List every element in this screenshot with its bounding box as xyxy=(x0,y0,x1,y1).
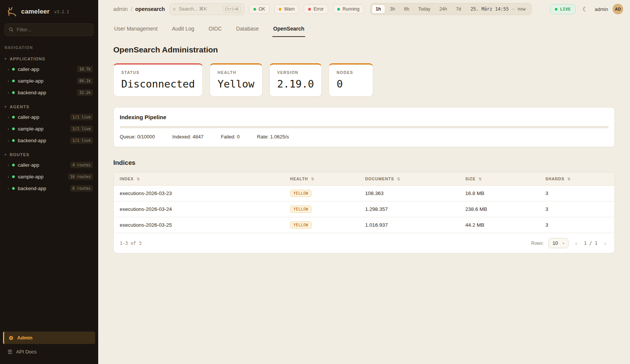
next-page-button[interactable]: › xyxy=(602,239,608,247)
sidebar-item-sample-app[interactable]: › sample-app 1/1 live xyxy=(0,123,98,135)
size-cell: 238.6 MB xyxy=(459,201,539,217)
column-header-health[interactable]: HEALTH ⇅ xyxy=(284,172,359,186)
theme-toggle-button[interactable]: ☾ xyxy=(580,4,590,14)
status-filter-warn[interactable]: Warn xyxy=(274,4,299,14)
sidebar-section-applications: ▾ APPLICATIONS › caller-app 10.7k › samp… xyxy=(0,55,98,98)
sidebar-item-backend-app[interactable]: › backend-app 6 routes xyxy=(0,183,98,194)
pipeline-queue-stat: Queue: 0/10000 xyxy=(120,134,155,140)
pipeline-stats: Queue: 0/10000 Indexed: 4847 Failed: 0 R… xyxy=(120,134,608,140)
tab-audit-log[interactable]: Audit Log xyxy=(171,23,195,37)
moon-icon: ☾ xyxy=(582,6,588,12)
live-label: LIVE xyxy=(560,7,571,12)
tab-oidc[interactable]: OIDC xyxy=(208,23,222,37)
breadcrumb-parent[interactable]: admin xyxy=(113,6,128,12)
rows-per-page-select[interactable]: 10 ▾ xyxy=(548,238,568,248)
time-range-selector: 1h 3h 6h Today 24h 7d 25. März 14:55 — n… xyxy=(370,3,532,15)
filter-input[interactable] xyxy=(17,27,90,32)
section-header-applications[interactable]: ▾ APPLICATIONS xyxy=(0,55,98,63)
time-range-3h[interactable]: 3h xyxy=(386,5,399,14)
section-header-routes[interactable]: ▾ ROUTES xyxy=(0,151,98,159)
time-range-7d[interactable]: 7d xyxy=(452,5,465,14)
time-range-6h[interactable]: 6h xyxy=(400,5,413,14)
sidebar-filter[interactable] xyxy=(5,23,94,36)
section-label: APPLICATIONS xyxy=(10,57,45,61)
user-avatar[interactable]: AD xyxy=(613,4,623,14)
status-filter-label: Warn xyxy=(284,6,295,12)
tab-user-management[interactable]: User Management xyxy=(113,23,158,37)
brand-logo[interactable]: cameleer v3.2.1 xyxy=(0,0,98,21)
rows-per-page-value: 10 xyxy=(553,240,558,246)
column-header-documents[interactable]: DOCUMENTS ⇅ xyxy=(359,172,459,186)
search-input[interactable] xyxy=(179,6,219,12)
sidebar-item-sample-app[interactable]: › sample-app 84.1k xyxy=(0,75,98,87)
index-name-cell: executions-2026-03-24 xyxy=(114,201,284,217)
sidebar-item-backend-app[interactable]: › backend-app 32.2k xyxy=(0,87,98,98)
sort-icon: ⇅ xyxy=(479,177,482,181)
sidebar-item-caller-app[interactable]: › caller-app 10.7k xyxy=(0,63,98,75)
sidebar-item-caller-app[interactable]: › caller-app 4 routes xyxy=(0,159,98,171)
pipeline-rate-stat: Rate: 1.0625/s xyxy=(257,134,289,140)
shards-cell: 3 xyxy=(539,217,615,233)
stat-card-health: HEALTH Yellow xyxy=(210,63,262,97)
previous-page-button[interactable]: ‹ xyxy=(573,239,579,247)
chevron-left-icon: ‹ xyxy=(575,240,577,246)
column-header-shards[interactable]: SHARDS ⇅ xyxy=(539,172,615,186)
live-toggle-button[interactable]: LIVE xyxy=(550,4,576,14)
health-badge: YELLOW xyxy=(290,221,312,229)
table-row[interactable]: executions-2026-03-25 YELLOW 1.016.937 4… xyxy=(114,217,615,233)
sidebar-item-sample-app[interactable]: › sample-app 16 routes xyxy=(0,171,98,183)
table-row[interactable]: executions-2026-03-23 YELLOW 108.363 16.… xyxy=(114,186,615,201)
sort-icon: ⇅ xyxy=(137,177,140,181)
documents-cell: 1.016.937 xyxy=(359,217,459,233)
index-name-cell: executions-2026-03-23 xyxy=(114,186,284,201)
indices-table-card: INDEX ⇅ HEALTH ⇅ DOCUMENTS ⇅ xyxy=(113,172,615,253)
warn-status-dot xyxy=(279,8,281,11)
sidebar-item-badge: 1/1 live xyxy=(70,126,93,132)
tab-opensearch[interactable]: OpenSearch xyxy=(272,23,305,37)
sidebar-item-badge: 1/1 live xyxy=(70,137,93,144)
status-dot xyxy=(12,68,15,71)
stat-label: HEALTH xyxy=(218,70,255,75)
indices-table: INDEX ⇅ HEALTH ⇅ DOCUMENTS ⇅ xyxy=(114,172,615,233)
status-filter-ok[interactable]: OK xyxy=(249,4,270,14)
column-label: HEALTH xyxy=(290,177,308,181)
stat-value: Yellow xyxy=(218,78,255,90)
section-header-agents[interactable]: ▾ AGENTS xyxy=(0,103,98,111)
topbar: admin / opensearch Ctrl+K OK Warn xyxy=(98,0,630,18)
live-status-dot xyxy=(555,8,557,11)
content-area: OpenSearch Administration STATUS Disconn… xyxy=(98,37,630,265)
stat-value: Disconnected xyxy=(121,78,195,90)
pipeline-title: Indexing Pipeline xyxy=(120,114,608,120)
indices-title: Indices xyxy=(113,159,615,167)
sidebar-item-backend-app[interactable]: › backend-app 1/1 live xyxy=(0,135,98,146)
sidebar-item-label: caller-app xyxy=(18,66,39,72)
chevron-right-icon: › xyxy=(8,186,9,191)
sidebar-item-badge: 16 routes xyxy=(68,174,93,180)
global-search[interactable]: Ctrl+K xyxy=(170,3,244,15)
time-range-today[interactable]: Today xyxy=(414,5,434,14)
sidebar-item-label: sample-app xyxy=(18,174,43,180)
status-dot xyxy=(12,187,15,190)
datetime-range[interactable]: 25. März 14:55 — now xyxy=(466,6,530,12)
sidebar-item-api-docs[interactable]: ☰ API Docs xyxy=(3,346,95,358)
time-range-24h[interactable]: 24h xyxy=(435,5,451,14)
status-filter-running[interactable]: Running xyxy=(333,4,364,14)
pipeline-failed-stat: Failed: 0 xyxy=(221,134,240,140)
page-title: OpenSearch Administration xyxy=(113,45,615,54)
sidebar-item-badge: 10.7k xyxy=(77,66,93,72)
status-filter-error[interactable]: Error xyxy=(304,4,328,14)
table-row[interactable]: executions-2026-03-24 YELLOW 1.298.357 2… xyxy=(114,201,615,217)
documents-cell: 108.363 xyxy=(359,186,459,201)
sort-icon: ⇅ xyxy=(397,177,400,181)
breadcrumb-separator: / xyxy=(131,6,132,12)
status-filter-label: OK xyxy=(259,6,265,12)
sidebar-item-label: caller-app xyxy=(18,162,39,168)
tab-database[interactable]: Database xyxy=(235,23,259,37)
time-range-1h[interactable]: 1h xyxy=(372,5,385,14)
column-header-size[interactable]: SIZE ⇅ xyxy=(459,172,539,186)
stat-label: STATUS xyxy=(121,70,195,75)
sidebar-item-admin[interactable]: ⚙ Admin xyxy=(3,332,95,344)
sidebar-item-caller-app[interactable]: › caller-app 1/1 live xyxy=(0,111,98,123)
column-header-index[interactable]: INDEX ⇅ xyxy=(114,172,284,186)
sidebar-item-badge: 1/1 live xyxy=(70,114,93,120)
